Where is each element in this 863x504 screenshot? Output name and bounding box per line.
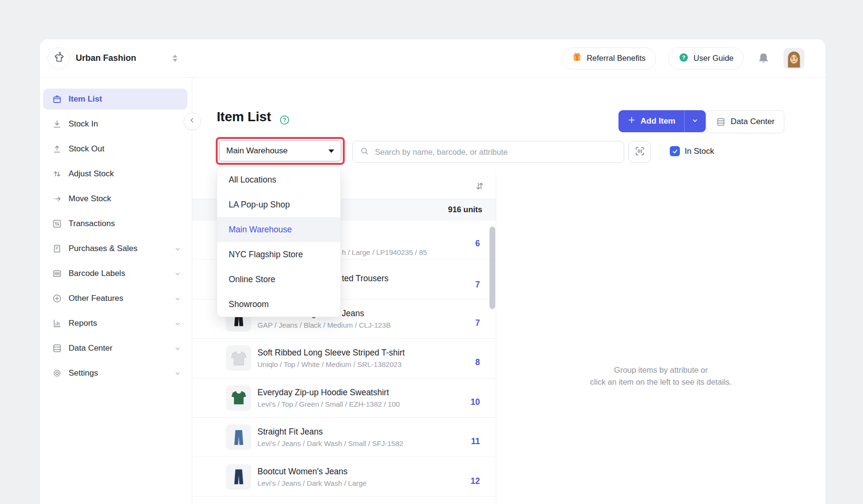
- item-quantity: 8: [475, 357, 480, 367]
- header-actions: Referral Benefits ? User Guide: [562, 47, 805, 69]
- in-stock-checkbox[interactable]: [670, 146, 680, 156]
- main-content: Item List ? Add Item: [192, 78, 826, 504]
- location-option-online-store[interactable]: Online Store: [217, 267, 340, 292]
- detail-empty-line2: click an item on the left to see its det…: [496, 376, 826, 388]
- sidebar-item-stock-out[interactable]: Stock Out: [43, 138, 187, 160]
- data-center-button[interactable]: Data Center: [706, 110, 784, 133]
- item-text: Everyday Zip-up Hoodie SweatshirtLevi's …: [257, 388, 400, 408]
- sidebar-item-data-center[interactable]: Data Center: [43, 338, 187, 359]
- item-subtitle-fragment: h / Large / LP1940235 / 85: [342, 248, 427, 256]
- chevron-down-icon: [174, 270, 182, 278]
- add-item-dropdown-button[interactable]: [685, 110, 706, 132]
- item-text: Bootcut Women's JeansLevi's / Jeans / Da…: [257, 467, 366, 487]
- list-item[interactable]: Bootcut Women's JeansLevi's / Jeans / Da…: [192, 457, 496, 496]
- user-avatar[interactable]: [783, 48, 805, 69]
- location-option-all-locations[interactable]: All Locations: [217, 167, 340, 192]
- chevron-down-icon: [174, 344, 182, 353]
- location-option-nyc-flagship-store[interactable]: NYC Flagship Store: [217, 242, 340, 267]
- sidebar-item-barcode-labels[interactable]: Barcode Labels: [43, 263, 187, 284]
- app-header: Urban Fashion Referral Benef: [40, 39, 826, 78]
- referral-benefits-label: Referral Benefits: [587, 54, 646, 63]
- item-thumbnail: [226, 385, 251, 411]
- list-item[interactable]: Straight Fit JeansLevi's / Jeans / Dark …: [192, 418, 496, 457]
- sidebar-item-label: Barcode Labels: [69, 269, 125, 278]
- item-quantity: 12: [471, 476, 480, 486]
- sidebar-item-move-stock[interactable]: Move Stock: [43, 188, 187, 209]
- location-option-main-warehouse[interactable]: Main Warehouse: [217, 217, 340, 242]
- sidebar-item-purchases-sales[interactable]: Purchases & Sales: [43, 238, 187, 259]
- notifications-bell-icon[interactable]: [757, 52, 770, 65]
- chevron-down-icon: [691, 116, 699, 126]
- list-scrollbar-thumb[interactable]: [490, 227, 495, 309]
- location-select-value: Main Warehouse: [226, 146, 288, 156]
- sidebar-collapse-button[interactable]: [184, 113, 201, 130]
- workspace-switcher-icon[interactable]: [173, 55, 177, 62]
- total-units-value: 916 units: [448, 205, 482, 214]
- item-subtitle: Uniqlo / Top / White / Medium / SRL-1382…: [257, 360, 405, 368]
- referral-benefits-button[interactable]: Referral Benefits: [562, 47, 656, 69]
- sidebar-item-label: Other Features: [69, 294, 123, 303]
- chevron-down-icon: [174, 245, 182, 253]
- purchases-sales-icon: [52, 243, 62, 254]
- sidebar-item-reports[interactable]: Reports: [43, 313, 187, 334]
- list-item[interactable]: Soft Ribbed Long Sleeve Striped T-shirtU…: [192, 339, 496, 378]
- desktop-background: Urban Fashion Referral Benef: [0, 0, 863, 504]
- sidebar-item-transactions[interactable]: Transactions: [43, 213, 187, 234]
- sidebar-item-item-list[interactable]: Item List: [43, 89, 187, 110]
- in-stock-label: In Stock: [685, 146, 714, 156]
- user-guide-button[interactable]: ? User Guide: [668, 47, 744, 69]
- search-icon: [360, 146, 369, 158]
- reports-icon: [52, 318, 62, 329]
- item-subtitle: Levi's / Jeans / Dark Wash / Large: [257, 479, 366, 487]
- sidebar-item-label: Reports: [69, 319, 97, 328]
- item-text: Straight Fit JeansLevi's / Jeans / Dark …: [257, 427, 403, 447]
- sidebar-item-label: Adjust Stock: [69, 169, 114, 179]
- item-subtitle: Levi's / Jeans / Dark Wash / Small / SFJ…: [257, 439, 403, 447]
- sidebar-item-settings[interactable]: Settings: [43, 363, 187, 384]
- app-window: Urban Fashion Referral Benef: [40, 39, 826, 504]
- item-list-icon: [52, 94, 62, 104]
- sidebar-item-label: Transactions: [69, 219, 115, 229]
- add-item-button[interactable]: Add Item: [618, 115, 684, 127]
- sidebar-item-adjust-stock[interactable]: Adjust Stock: [43, 163, 187, 184]
- data-center-icon: [52, 343, 62, 354]
- item-quantity: 10: [471, 397, 480, 407]
- item-title: Everyday Zip-up Hoodie Sweatshirt: [257, 388, 400, 398]
- sidebar-item-label: Purchases & Sales: [69, 244, 138, 253]
- workspace-logo[interactable]: [47, 47, 70, 69]
- sidebar-item-label: Stock In: [69, 119, 98, 129]
- item-thumbnail: [226, 464, 251, 490]
- data-center-label: Data Center: [731, 117, 775, 126]
- sort-icon[interactable]: [474, 181, 485, 192]
- settings-icon: [52, 368, 62, 378]
- item-quantity: 7: [475, 318, 480, 328]
- item-subtitle: Levi's / Top / Green / Small / EZH-1382 …: [257, 400, 400, 408]
- chevron-down-icon: [174, 295, 182, 303]
- item-title: Straight Fit Jeans: [257, 427, 403, 437]
- detail-empty-line1: Group items by attribute or: [496, 364, 826, 376]
- chevron-left-icon: [188, 116, 197, 126]
- sidebar-item-stock-in[interactable]: Stock In: [43, 114, 187, 135]
- item-subtitle: GAP / Jeans / Black / Medium / CLJ-123B: [257, 321, 391, 329]
- transactions-icon: [52, 218, 62, 229]
- barcode-labels-icon: [52, 268, 62, 279]
- help-icon[interactable]: ?: [279, 115, 290, 126]
- location-option-la-pop-up-shop[interactable]: LA Pop-up Shop: [217, 192, 340, 217]
- page-title: Item List: [217, 109, 271, 125]
- sidebar-nav: Item ListStock InStock OutAdjust StockMo…: [40, 78, 192, 504]
- item-title: Soft Ribbed Long Sleeve Striped T-shirt: [257, 348, 405, 358]
- search-input[interactable]: [374, 147, 617, 157]
- barcode-scan-icon: [634, 146, 645, 159]
- barcode-scan-button[interactable]: [629, 141, 651, 163]
- item-quantity: 7: [475, 280, 480, 290]
- item-thumbnail: [226, 345, 251, 371]
- location-select[interactable]: Main Warehouse: [219, 140, 341, 161]
- sidebar-item-other-features[interactable]: Other Features: [43, 288, 187, 309]
- sidebar-item-label: Settings: [69, 368, 98, 378]
- item-title-fragment: ted Trousers: [342, 274, 388, 284]
- list-item[interactable]: Everyday Zip-up Hoodie SweatshirtLevi's …: [192, 378, 496, 418]
- gift-icon: [572, 52, 582, 64]
- location-option-showroom[interactable]: Showroom: [217, 292, 340, 317]
- stock-out-icon: [52, 144, 62, 154]
- location-dropdown-menu: All LocationsLA Pop-up ShopMain Warehous…: [217, 167, 341, 317]
